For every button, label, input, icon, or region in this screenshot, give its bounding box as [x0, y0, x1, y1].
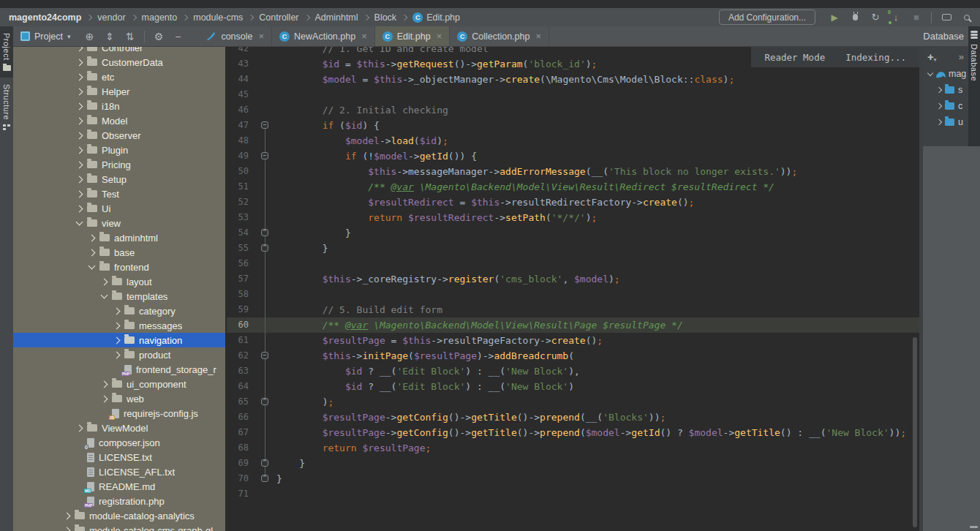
line-number[interactable]: 51	[227, 179, 249, 195]
code-line[interactable]: 65^ );	[227, 394, 919, 410]
chevron-right-icon[interactable]	[101, 278, 108, 285]
code-line[interactable]: 58	[227, 287, 919, 302]
line-number[interactable]: 69	[227, 456, 249, 471]
close-icon[interactable]: ×	[258, 31, 264, 42]
hide-panel-icon[interactable]: −	[175, 31, 181, 42]
line-number[interactable]: 42	[227, 47, 249, 56]
code-line[interactable]: 52 $resultRedirect = $this->resultRedire…	[227, 195, 919, 210]
tree-item-ui_component[interactable]: ui_component	[13, 377, 225, 391]
tree-item-module-catalog-analytics[interactable]: module-catalog-analytics	[13, 508, 225, 523]
line-number[interactable]: 50	[227, 164, 249, 179]
git-update-icon[interactable]: 0↓	[890, 12, 902, 23]
breadcrumb-item[interactable]: magento24comp	[9, 12, 81, 23]
line-number[interactable]: 60	[227, 317, 249, 333]
tool-window-button-database[interactable]: Database	[968, 26, 980, 146]
editor-scrollbar[interactable]	[913, 337, 917, 527]
expand-all-icon[interactable]: ⇕	[105, 31, 114, 42]
tree-item-frontend[interactable]: frontend	[13, 260, 225, 274]
line-number[interactable]: 53	[227, 210, 249, 225]
line-number[interactable]: 58	[227, 287, 249, 302]
chevron-right-icon[interactable]	[76, 59, 83, 66]
tree-item-registration.php[interactable]: PHPregistration.php	[13, 494, 225, 508]
line-number[interactable]: 48	[227, 133, 249, 148]
line-number[interactable]: 70	[227, 471, 249, 486]
profile-icon[interactable]: ↻	[870, 12, 881, 23]
breadcrumb-item[interactable]: vendor	[97, 12, 125, 23]
tool-window-button-structure[interactable]: Structure	[0, 78, 13, 137]
code-line[interactable]: 61 $resultPage = $this->resultPageFactor…	[227, 333, 919, 348]
chevron-right-icon[interactable]	[76, 117, 83, 124]
indexing-status[interactable]: Indexing...	[845, 52, 906, 63]
close-icon[interactable]: ×	[437, 31, 442, 42]
collapse-all-icon[interactable]: ⇅	[126, 31, 135, 42]
code-line[interactable]: 51 /** @var \Magento\Backend\Model\View\…	[227, 179, 919, 195]
reader-mode-button[interactable]: Reader Mode	[764, 52, 825, 63]
tree-item-Setup[interactable]: Setup	[13, 172, 225, 187]
code-line[interactable]: 46 // 2. Initial checking	[227, 102, 919, 118]
tree-item-web[interactable]: web	[13, 391, 225, 406]
fold-expand-icon[interactable]: ^	[261, 229, 268, 236]
project-view-selector[interactable]: Project ▾	[13, 31, 79, 42]
chevron-down-icon[interactable]	[76, 219, 83, 226]
chevron-right-icon[interactable]	[76, 146, 83, 154]
code-line[interactable]: 68 return $resultPage;	[227, 440, 919, 456]
tree-item-Ui[interactable]: Ui	[13, 201, 225, 216]
tree-item-composer.json[interactable]: {}composer.json	[13, 435, 225, 450]
screen-view-icon[interactable]	[941, 12, 952, 23]
line-number[interactable]: 64	[227, 379, 249, 394]
code-line[interactable]: 66 $resultPage->getConfig()->getTitle()-…	[227, 410, 919, 425]
tree-item-Test[interactable]: Test	[13, 187, 225, 201]
chevron-down-icon[interactable]	[88, 263, 96, 270]
code-line[interactable]: 54^ }	[227, 225, 919, 241]
stop-icon[interactable]: ■	[911, 12, 922, 23]
tree-item-i18n[interactable]: i18n	[13, 99, 225, 113]
chevron-right-icon[interactable]	[76, 190, 83, 197]
close-icon[interactable]: ×	[535, 31, 541, 42]
code-line[interactable]: 67 $resultPage->getConfig()->getTitle()-…	[227, 425, 919, 440]
tree-item-LICENSE.txt[interactable]: LICENSE.txt	[13, 450, 225, 464]
line-number[interactable]: 55	[227, 241, 249, 256]
breadcrumb-item[interactable]: CEdit.php	[412, 12, 460, 23]
chevrons-right-icon[interactable]: »	[959, 51, 964, 62]
tree-item-Pricing[interactable]: Pricing	[13, 157, 225, 172]
code-line[interactable]: 64 $id ? __('Edit Block') : __('New Bloc…	[227, 379, 919, 394]
search-icon[interactable]	[961, 12, 973, 23]
tree-item-Helper[interactable]: Helper	[13, 84, 225, 99]
chevron-right-icon[interactable]	[76, 102, 83, 110]
code-line[interactable]: 70^}	[227, 471, 919, 486]
breadcrumb-item[interactable]: magento	[142, 12, 178, 23]
line-number[interactable]: 56	[227, 256, 249, 271]
chevron-right-icon[interactable]	[936, 103, 942, 109]
code-line[interactable]: 45	[227, 87, 919, 102]
line-number[interactable]: 44	[227, 72, 249, 87]
line-number[interactable]: 54	[227, 225, 249, 241]
line-number[interactable]: 46	[227, 102, 249, 118]
chevron-right-icon[interactable]	[113, 351, 121, 358]
chevron-right-icon[interactable]	[76, 132, 83, 139]
chevron-right-icon[interactable]	[64, 512, 71, 519]
line-number[interactable]: 66	[227, 410, 249, 425]
close-icon[interactable]: ×	[361, 31, 367, 42]
fold-collapse-icon[interactable]: −	[261, 121, 268, 129]
line-number[interactable]: 57	[227, 271, 249, 287]
code-editor[interactable]: 42 // 1. Get ID and create model43 $id =…	[227, 47, 919, 531]
tree-item-README.md[interactable]: MDREADME.md	[13, 479, 225, 494]
chevron-right-icon[interactable]	[936, 87, 942, 93]
tab-console[interactable]: console×	[198, 26, 272, 46]
code-line[interactable]: 47− if ($id) {	[227, 118, 919, 133]
code-line[interactable]: 53 return $resultRedirect->setPath('*/*/…	[227, 210, 919, 225]
chevron-right-icon[interactable]	[101, 380, 108, 388]
chevron-right-icon[interactable]	[88, 249, 96, 256]
line-number[interactable]: 61	[227, 333, 249, 348]
db-tree-item-c[interactable]: c	[923, 98, 968, 114]
tree-item-product[interactable]: product	[13, 347, 225, 362]
resize-grip[interactable]	[970, 526, 978, 528]
fold-expand-icon[interactable]: ^	[261, 398, 268, 405]
tab-Edit.php[interactable]: CEdit.php×	[375, 26, 450, 46]
tree-item-Model[interactable]: Model	[13, 113, 225, 128]
fold-collapse-icon[interactable]: −	[261, 152, 268, 159]
settings-gear-icon[interactable]: ⚙	[154, 31, 164, 42]
chevron-right-icon[interactable]	[76, 205, 83, 212]
line-number[interactable]: 63	[227, 364, 249, 379]
chevron-right-icon[interactable]	[76, 88, 83, 95]
